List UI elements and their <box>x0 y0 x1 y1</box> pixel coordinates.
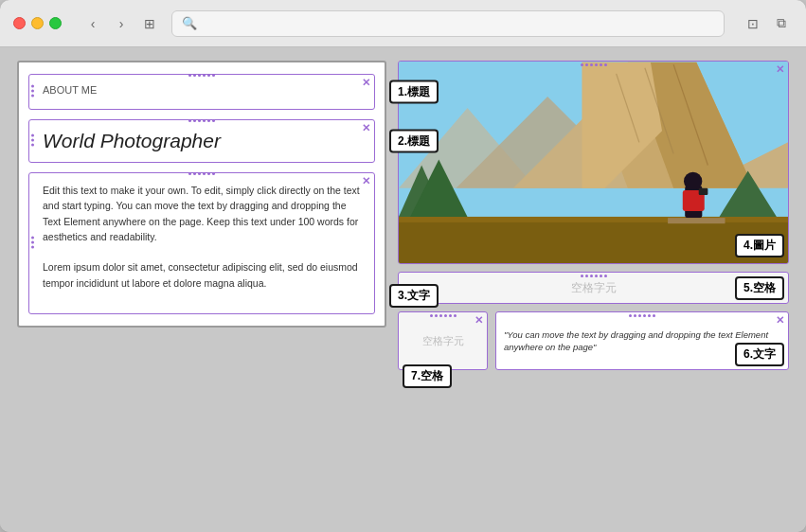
traffic-lights <box>13 17 62 29</box>
titlebar: ‹ › ⊞ 🔍 ⊡ ⧉ <box>0 0 806 47</box>
maximize-button[interactable] <box>49 17 62 29</box>
back-button[interactable]: ‹ <box>81 11 105 36</box>
text-right-element[interactable]: ✕ "You can move the text by dragging and… <box>495 311 789 370</box>
left-resize-handle-3[interactable] <box>31 237 34 251</box>
left-resize-handle[interactable] <box>31 85 34 99</box>
body-text: Edit this text to make it your own. To e… <box>43 181 367 291</box>
page-content: ✕ ABOUT ME 1.標題 ✕ World Pho <box>0 47 806 532</box>
window-buttons: ⊡ ⧉ <box>742 12 793 35</box>
close-button[interactable] <box>13 17 26 29</box>
about-me-text: ABOUT ME <box>43 82 367 96</box>
spacer-element-5[interactable]: ✕ 空格字元 5.空格 <box>398 272 789 304</box>
photographer-element[interactable]: ✕ World Photographer 2.標題 <box>28 119 375 163</box>
drag-handle-spacer7[interactable] <box>430 314 457 317</box>
close-text-right-button[interactable]: ✕ <box>776 314 784 327</box>
body-text-element[interactable]: ✕ Edit this text to make it your own. To… <box>28 172 375 314</box>
right-column: ✕ <box>398 61 789 532</box>
close-photographer-button[interactable]: ✕ <box>362 122 370 134</box>
drag-handle-top-2[interactable] <box>188 119 215 122</box>
layout-button[interactable]: ⊞ <box>137 11 162 36</box>
svg-rect-18 <box>699 188 708 195</box>
image-element[interactable]: ✕ <box>398 61 789 264</box>
label2-callout: 2.標題 <box>389 130 439 153</box>
drag-handle-top[interactable] <box>188 74 215 77</box>
label4-callout: 4.圖片 <box>735 234 784 257</box>
spacer7-text: 空格字元 <box>422 334 464 348</box>
window-fullscreen-button[interactable]: ⧉ <box>770 12 793 35</box>
close-image-button[interactable]: ✕ <box>776 63 784 76</box>
close-body-text-button[interactable]: ✕ <box>362 175 370 187</box>
browser-window: ‹ › ⊞ 🔍 ⊡ ⧉ <box>0 0 806 532</box>
drag-handle-text-right[interactable] <box>629 314 655 317</box>
left-resize-handle-2[interactable] <box>31 134 34 149</box>
drag-handle-image[interactable] <box>581 63 607 66</box>
nav-buttons: ‹ › ⊞ <box>81 11 162 36</box>
photographer-text: World Photographer <box>43 128 367 152</box>
forward-button[interactable]: › <box>109 11 134 36</box>
search-icon: 🔍 <box>182 16 197 30</box>
svg-point-17 <box>684 172 702 190</box>
about-me-element[interactable]: ✕ ABOUT ME 1.標題 <box>28 74 375 110</box>
spacer-element-7[interactable]: ✕ 空格字元 7.空格 <box>398 311 488 370</box>
close-spacer7-button[interactable]: ✕ <box>475 314 483 327</box>
drag-handle-spacer5[interactable] <box>581 275 607 277</box>
svg-rect-11 <box>399 222 788 263</box>
svg-rect-19 <box>668 218 725 223</box>
left-column: ✕ ABOUT ME 1.標題 ✕ World Pho <box>17 61 386 532</box>
spacer5-text: 空格字元 <box>571 280 617 296</box>
address-bar[interactable]: 🔍 <box>171 10 725 37</box>
label7-callout: 7.空格 <box>403 364 452 388</box>
bottom-pair: ✕ 空格字元 7.空格 ✕ "You can move the text by … <box>398 311 789 370</box>
label5-callout: 5.空格 <box>735 276 784 300</box>
editing-area: ✕ ABOUT ME 1.標題 ✕ World Pho <box>17 61 386 328</box>
drag-handle-top-3[interactable] <box>188 172 215 175</box>
window-share-button[interactable]: ⊡ <box>742 12 764 35</box>
label1-callout: 1.標題 <box>389 80 439 104</box>
mountain-image <box>399 62 788 263</box>
label3-callout: 3.文字 <box>389 284 439 308</box>
minimize-button[interactable] <box>31 17 44 29</box>
label6-callout: 6.文字 <box>735 343 784 366</box>
close-element-button[interactable]: ✕ <box>362 77 370 89</box>
